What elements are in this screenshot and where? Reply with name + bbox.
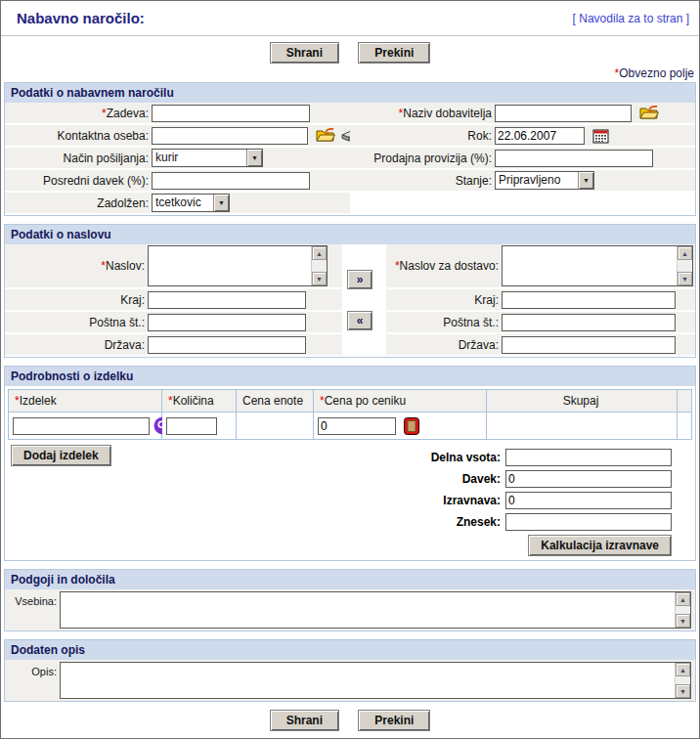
izravnava-label: Izravnava: xyxy=(443,494,501,507)
section-product-details-title: Podrobnosti o izdelku xyxy=(5,367,695,386)
naslov-scrollbar: ▲ ▼ xyxy=(311,246,327,285)
field-row-naslov-dostava: *Naslov za dostavo: ▲ ▼ xyxy=(386,244,695,289)
add-product-button[interactable]: Dodaj izdelek xyxy=(11,445,111,466)
scroll-down-icon[interactable]: ▼ xyxy=(312,272,327,285)
calendar-icon[interactable] xyxy=(592,128,609,144)
delna-vsota-input[interactable] xyxy=(505,449,672,466)
field-row-drzava-left: Država: xyxy=(5,334,342,357)
top-button-bar: Shrani Prekini xyxy=(1,42,699,64)
contact-lookup-folder-icon[interactable] xyxy=(316,128,335,143)
zadeva-input[interactable] xyxy=(152,105,310,122)
scroll-up-icon[interactable]: ▲ xyxy=(678,246,692,260)
kraj-dostava-input[interactable] xyxy=(502,291,676,309)
opis-scrollbar: ▲ ▼ xyxy=(675,663,690,698)
field-row-stanje: Stanje: Pripravljeno ▼ xyxy=(350,170,695,193)
posredni-label: Posredni davek (%): xyxy=(5,174,152,188)
kraj-input[interactable] xyxy=(148,291,306,309)
vsebina-label: Vsebina: xyxy=(5,591,60,629)
naslov-label: *Naslov: xyxy=(5,259,148,273)
naziv-dobavitelja-input[interactable] xyxy=(495,105,632,122)
izravnava-input[interactable] xyxy=(505,492,672,509)
price-calculator-icon[interactable] xyxy=(404,417,419,435)
zadolzen-select[interactable]: tcetkovic ▼ xyxy=(152,194,230,212)
opis-label: Opis: xyxy=(5,662,60,699)
postna-input[interactable] xyxy=(148,314,306,331)
header-divider xyxy=(1,35,699,36)
scroll-down-icon[interactable]: ▼ xyxy=(676,614,690,628)
section-product-details: Podrobnosti o izdelku *Izdelek *Količina… xyxy=(4,366,696,561)
section-address: Podatki o naslovu *Naslov: ▲ ▼ Kraj: xyxy=(4,224,696,358)
opis-textarea-input[interactable] xyxy=(61,663,675,698)
kolicina-input[interactable] xyxy=(166,417,217,435)
address-left-column: *Naslov: ▲ ▼ Kraj: Poštna št.: xyxy=(5,244,342,357)
section-extra-title: Dodaten opis xyxy=(5,640,695,660)
copy-address-right-button[interactable]: » xyxy=(347,270,372,289)
scroll-down-icon[interactable]: ▼ xyxy=(678,272,692,285)
stanje-select[interactable]: Pripravljeno ▼ xyxy=(495,171,594,190)
section-address-title: Podatki o naslovu xyxy=(5,225,695,244)
column-header-cena-po-ceniku: *Cena po ceniku xyxy=(314,390,487,412)
scroll-up-icon[interactable]: ▲ xyxy=(676,663,690,676)
required-field-note: *Obvezno polje xyxy=(1,66,699,80)
rok-date-input[interactable] xyxy=(495,127,585,145)
column-header-empty xyxy=(678,390,691,412)
field-row-rok: Rok: xyxy=(350,125,695,148)
order-left-column: *Zadeva: Kontaktna oseba: Način pošiljan… xyxy=(5,103,350,215)
column-header-cena-enote: Cena enote xyxy=(237,390,314,412)
section-terms-title: Podgoji in določila xyxy=(5,570,695,589)
purchase-order-page: Nabavno naročilo: [ Navodila za to stran… xyxy=(0,0,700,739)
vsebina-textarea-input[interactable] xyxy=(61,592,675,628)
cell-kolicina xyxy=(162,412,237,439)
help-page-link[interactable]: [ Navodila za to stran ] xyxy=(573,10,689,25)
cena-po-ceniku-input[interactable] xyxy=(318,417,396,435)
section-extra-description: Dodaten opis Opis: ▲ ▼ xyxy=(4,639,696,702)
column-header-kolicina: *Količina xyxy=(162,390,237,412)
dropdown-arrow-icon[interactable]: ▼ xyxy=(213,195,229,211)
vsebina-scrollbar: ▲ ▼ xyxy=(675,592,690,628)
items-table-header: *Izdelek *Količina Cena enote *Cena po c… xyxy=(9,390,691,412)
supplier-lookup-folder-icon[interactable] xyxy=(639,106,659,120)
scroll-up-icon[interactable]: ▲ xyxy=(312,246,327,260)
field-row-provizija: Prodajna provizija (%): xyxy=(350,148,695,170)
field-row-kraj-left: Kraj: xyxy=(5,289,342,312)
scroll-up-icon[interactable]: ▲ xyxy=(676,592,690,606)
field-row-naslov: *Naslov: ▲ ▼ xyxy=(5,244,342,289)
stanje-label: Stanje: xyxy=(350,174,495,188)
copy-address-left-button[interactable]: « xyxy=(347,311,372,330)
naslov-dostava-textarea-input[interactable] xyxy=(503,246,677,285)
kontaktna-input[interactable] xyxy=(152,127,308,145)
save-button-bottom[interactable]: Shrani xyxy=(270,710,339,731)
save-button-top[interactable]: Shrani xyxy=(270,42,339,64)
cell-izdelek xyxy=(9,412,162,439)
drzava-dostava-label: Država: xyxy=(386,338,502,352)
drzava-input[interactable] xyxy=(148,336,306,354)
field-row-kontaktna: Kontaktna oseba: xyxy=(5,125,350,148)
postna-dostava-input[interactable] xyxy=(502,314,676,331)
items-table: *Izdelek *Količina Cena enote *Cena po c… xyxy=(8,389,692,440)
znesek-label: Znesek: xyxy=(457,515,501,529)
field-row-postna-left: Poštna št.: xyxy=(5,312,342,334)
nacin-label: Način pošiljanja: xyxy=(5,152,152,165)
calc-adjustment-button[interactable]: Kalkulacija izravnave xyxy=(528,535,672,556)
field-row-nacin: Način pošiljanja: kurir ▼ xyxy=(5,148,350,170)
dropdown-arrow-icon[interactable]: ▼ xyxy=(246,150,262,166)
field-row-posredni: Posredni davek (%): xyxy=(5,170,350,193)
page-header: Nabavno naročilo: [ Navodila za to stran… xyxy=(1,1,699,26)
scroll-down-icon[interactable]: ▼ xyxy=(676,684,690,698)
naslov-textarea-input[interactable] xyxy=(149,246,311,285)
nacin-select[interactable]: kurir ▼ xyxy=(152,149,263,167)
naslov-dostava-scrollbar: ▲ ▼ xyxy=(677,246,692,285)
davek-input[interactable] xyxy=(505,470,672,488)
address-right-column: *Naslov za dostavo: ▲ ▼ Kraj: Poštna št.… xyxy=(386,244,695,357)
dropdown-arrow-icon[interactable]: ▼ xyxy=(578,172,593,189)
posredni-davek-input[interactable] xyxy=(152,172,310,190)
vsebina-textarea: ▲ ▼ xyxy=(60,591,691,629)
drzava-dostava-input[interactable] xyxy=(502,336,676,354)
drzava-label: Država: xyxy=(5,338,148,352)
cancel-button-bottom[interactable]: Prekini xyxy=(358,710,430,731)
izdelek-input[interactable] xyxy=(13,417,150,435)
cancel-button-top[interactable]: Prekini xyxy=(358,42,430,64)
prodajna-provizija-input[interactable] xyxy=(495,150,653,167)
znesek-input[interactable] xyxy=(505,513,672,531)
cell-cena-po-ceniku xyxy=(314,412,487,439)
